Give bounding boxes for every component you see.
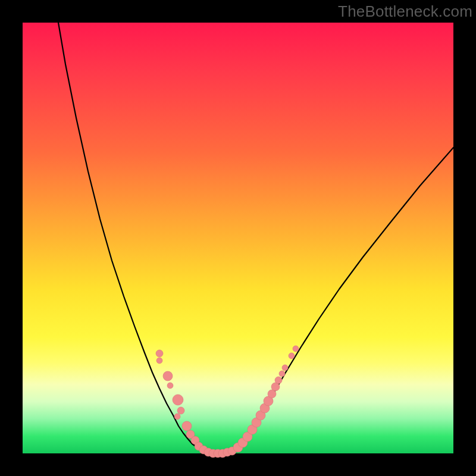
highlight-dot <box>275 377 282 384</box>
highlight-dot <box>156 350 163 357</box>
highlight-dot <box>182 421 192 431</box>
markers-group <box>156 346 299 458</box>
chart-stage: TheBottleneck.com <box>0 0 476 476</box>
watermark-text: TheBottleneck.com <box>338 4 472 19</box>
curve-left-branch <box>58 23 196 447</box>
highlight-dot <box>293 346 299 352</box>
highlight-dot <box>279 371 285 377</box>
highlight-dot <box>174 414 180 419</box>
highlight-dot <box>156 358 162 364</box>
highlight-dot <box>289 353 295 359</box>
curve-svg <box>23 23 453 453</box>
highlight-dot <box>177 407 184 414</box>
highlight-dot <box>163 371 173 381</box>
highlight-dot <box>282 365 288 371</box>
highlight-dot <box>173 394 183 405</box>
plot-area <box>23 23 453 453</box>
highlight-dot <box>167 383 173 389</box>
